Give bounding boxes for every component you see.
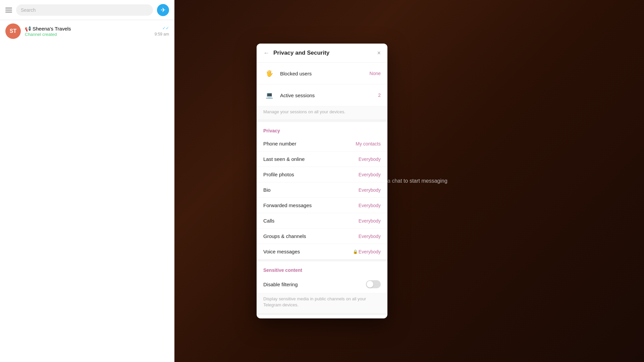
forwarded-messages-label: Forwarded messages bbox=[263, 202, 359, 208]
calls-label: Calls bbox=[263, 218, 359, 224]
disable-filtering-label: Disable filtering bbox=[263, 282, 366, 287]
settings-item-active-sessions[interactable]: 💻 Active sessions 2 bbox=[257, 84, 387, 106]
settings-item-last-seen[interactable]: Last seen & online Everybody bbox=[257, 152, 387, 167]
profile-photos-value: Everybody bbox=[359, 172, 381, 177]
toggle-thumb bbox=[367, 281, 373, 288]
groups-channels-label: Groups & channels bbox=[263, 233, 359, 239]
close-button[interactable]: × bbox=[377, 50, 381, 56]
forwarded-messages-value: Everybody bbox=[359, 203, 381, 208]
chat-meta: ✓✓ 9:59 am bbox=[155, 26, 169, 37]
last-seen-label: Last seen & online bbox=[263, 156, 359, 162]
modal-title: Privacy and Security bbox=[273, 50, 373, 56]
settings-item-groups-channels[interactable]: Groups & channels Everybody bbox=[257, 229, 387, 244]
menu-icon[interactable] bbox=[5, 8, 12, 12]
chat-list: ST 📢 Sheena's Travels Channel created ✓✓… bbox=[0, 20, 174, 362]
telegram-logo: ✈ bbox=[157, 4, 169, 16]
active-sessions-value: 2 bbox=[378, 93, 381, 98]
settings-item-voice-messages[interactable]: Voice messages 🔒 Everybody bbox=[257, 244, 387, 259]
sessions-hint: Manage your sessions on all your devices… bbox=[257, 106, 387, 120]
back-button[interactable]: ← bbox=[263, 50, 269, 56]
privacy-security-modal: ← Privacy and Security × 🖐 Blocked users… bbox=[257, 44, 387, 318]
chat-empty-area: Select a chat to start messaging bbox=[174, 0, 644, 362]
settings-item-calls[interactable]: Calls Everybody bbox=[257, 213, 387, 229]
chat-info: 📢 Sheena's Travels Channel created bbox=[25, 26, 151, 37]
privacy-section-header: Privacy bbox=[257, 122, 387, 136]
bots-websites-section-header: Bots and websites bbox=[257, 315, 387, 318]
voice-messages-value: Everybody bbox=[359, 249, 381, 254]
search-box[interactable]: Search bbox=[16, 4, 153, 16]
profile-photos-label: Profile photos bbox=[263, 172, 359, 177]
active-sessions-label: Active sessions bbox=[280, 93, 378, 98]
chat-time: 9:59 am bbox=[155, 32, 169, 37]
last-seen-value: Everybody bbox=[359, 157, 381, 162]
telegram-sidebar: Search ✈ ST 📢 Sheena's Travels Channel c… bbox=[0, 0, 174, 362]
chat-name: 📢 Sheena's Travels bbox=[25, 26, 151, 32]
lock-icon: 🔒 bbox=[353, 249, 358, 254]
settings-item-disable-filtering[interactable]: Disable filtering bbox=[257, 276, 387, 293]
modal-body: 🖐 Blocked users None 💻 Active sessions 2… bbox=[257, 63, 387, 318]
phone-number-value: My contacts bbox=[356, 141, 381, 146]
bio-value: Everybody bbox=[359, 187, 381, 193]
blocked-users-icon: 🖐 bbox=[263, 67, 275, 79]
blocked-users-value: None bbox=[370, 71, 381, 76]
phone-number-label: Phone number bbox=[263, 141, 356, 146]
voice-messages-label: Voice messages bbox=[263, 249, 353, 254]
active-sessions-icon: 💻 bbox=[263, 89, 275, 101]
search-placeholder: Search bbox=[21, 7, 36, 13]
settings-item-blocked-users[interactable]: 🖐 Blocked users None bbox=[257, 63, 387, 84]
chat-item-sheenas-travels[interactable]: ST 📢 Sheena's Travels Channel created ✓✓… bbox=[0, 20, 174, 42]
settings-item-bio[interactable]: Bio Everybody bbox=[257, 182, 387, 198]
groups-channels-value: Everybody bbox=[359, 234, 381, 239]
disable-filtering-toggle[interactable] bbox=[366, 280, 381, 288]
blocked-users-label: Blocked users bbox=[280, 71, 370, 76]
settings-item-phone-number[interactable]: Phone number My contacts bbox=[257, 136, 387, 152]
avatar: ST bbox=[5, 23, 21, 39]
voice-messages-value-container: 🔒 Everybody bbox=[353, 249, 381, 254]
modal-header: ← Privacy and Security × bbox=[257, 44, 387, 63]
calls-value: Everybody bbox=[359, 218, 381, 224]
sensitive-hint: Display sensitive media in public channe… bbox=[257, 293, 387, 313]
sensitive-section-header: Sensitive content bbox=[257, 261, 387, 276]
settings-item-forwarded-messages[interactable]: Forwarded messages Everybody bbox=[257, 198, 387, 213]
channel-icon: 📢 bbox=[25, 26, 31, 32]
sidebar-header: Search ✈ bbox=[0, 0, 174, 20]
bio-label: Bio bbox=[263, 187, 359, 193]
check-icon: ✓✓ bbox=[162, 26, 169, 31]
chat-preview: Channel created bbox=[25, 32, 151, 37]
settings-item-profile-photos[interactable]: Profile photos Everybody bbox=[257, 167, 387, 182]
